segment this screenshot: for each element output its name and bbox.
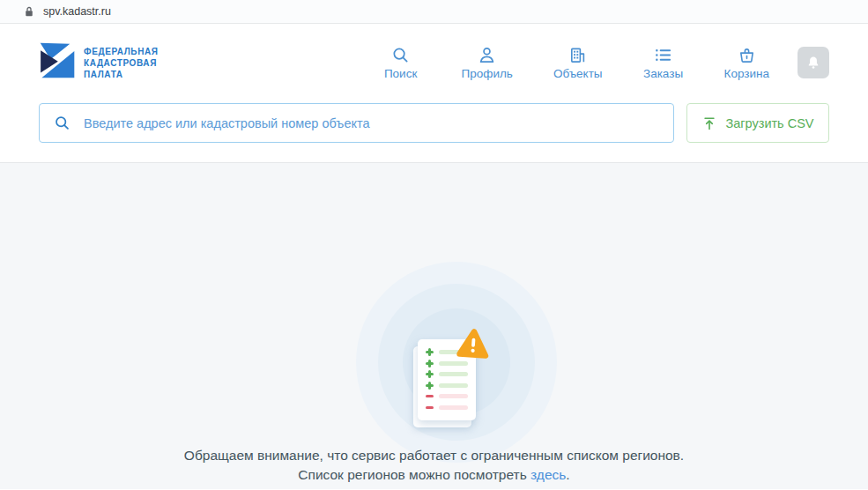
search-box[interactable] xyxy=(39,103,674,143)
nav-label-orders: Заказы xyxy=(643,67,683,80)
site-header: ФЕДЕРАЛЬНАЯ КАДАСТРОВАЯ ПАЛАТА Поиск xyxy=(0,24,868,162)
region-notice: Обращаем внимание, что сервис работает с… xyxy=(0,446,868,485)
plus-icon xyxy=(426,360,434,368)
upload-csv-label: Загрузить CSV xyxy=(725,116,813,130)
warning-triangle-icon xyxy=(456,327,492,365)
lock-icon xyxy=(24,6,34,18)
header-top: ФЕДЕРАЛЬНАЯ КАДАСТРОВАЯ ПАЛАТА Поиск xyxy=(39,40,829,85)
search-row: Загрузить CSV xyxy=(39,103,829,143)
notice-line-1: Обращаем внимание, что сервис работает с… xyxy=(0,446,868,465)
minus-icon xyxy=(426,406,434,409)
empty-state-illustration xyxy=(418,339,476,422)
plus-icon xyxy=(426,348,434,356)
nav-label-search: Поиск xyxy=(384,67,417,80)
nav-label-basket: Корзина xyxy=(724,67,769,80)
logo[interactable]: ФЕДЕРАЛЬНАЯ КАДАСТРОВАЯ ПАЛАТА xyxy=(39,42,159,83)
notice-suffix: . xyxy=(566,467,569,482)
list-item xyxy=(426,405,468,411)
browser-url-bar[interactable]: spv.kadastr.ru xyxy=(0,0,868,24)
notifications-button[interactable] xyxy=(798,47,829,78)
minus-icon xyxy=(426,395,434,397)
upload-csv-button[interactable]: Загрузить CSV xyxy=(686,103,829,143)
nav-item-basket[interactable]: Корзина xyxy=(724,46,769,80)
orders-list-icon xyxy=(654,46,672,64)
nav-label-objects: Объекты xyxy=(553,67,603,80)
notice-line-2: Список регионов можно посмотреть здесь. xyxy=(0,465,868,485)
nav-item-profile[interactable]: Профиль xyxy=(462,46,513,80)
search-input[interactable] xyxy=(82,115,659,131)
basket-icon xyxy=(738,46,756,64)
nav-item-objects[interactable]: Объекты xyxy=(553,46,603,80)
building-icon xyxy=(568,46,587,64)
nav-label-profile: Профиль xyxy=(462,67,513,80)
nav-item-search[interactable]: Поиск xyxy=(381,46,421,80)
logo-line-1: ФЕДЕРАЛЬНАЯ xyxy=(84,46,159,57)
url-text[interactable]: spv.kadastr.ru xyxy=(43,5,111,18)
profile-icon xyxy=(478,46,496,64)
bell-icon xyxy=(805,55,821,71)
list-item xyxy=(426,393,468,399)
main-nav: Поиск Профиль xyxy=(381,46,769,80)
list-item xyxy=(426,382,468,389)
logo-line-2: КАДАСТРОВАЯ xyxy=(84,57,159,69)
search-input-icon xyxy=(54,115,70,131)
notice-line-2-text: Список регионов можно посмотреть xyxy=(298,467,526,482)
list-item xyxy=(426,371,468,377)
plus-icon xyxy=(426,382,434,390)
nav-item-orders[interactable]: Заказы xyxy=(643,46,684,80)
regions-list-link[interactable]: здесь xyxy=(530,467,566,482)
upload-icon xyxy=(701,115,717,131)
main-content: Обращаем внимание, что сервис работает с… xyxy=(0,162,868,489)
logo-line-3: ПАЛАТА xyxy=(84,69,159,80)
search-icon xyxy=(391,46,410,64)
plus-icon xyxy=(426,370,434,378)
logo-text: ФЕДЕРАЛЬНАЯ КАДАСТРОВАЯ ПАЛАТА xyxy=(84,46,159,80)
kadastr-logo-icon xyxy=(39,42,76,83)
